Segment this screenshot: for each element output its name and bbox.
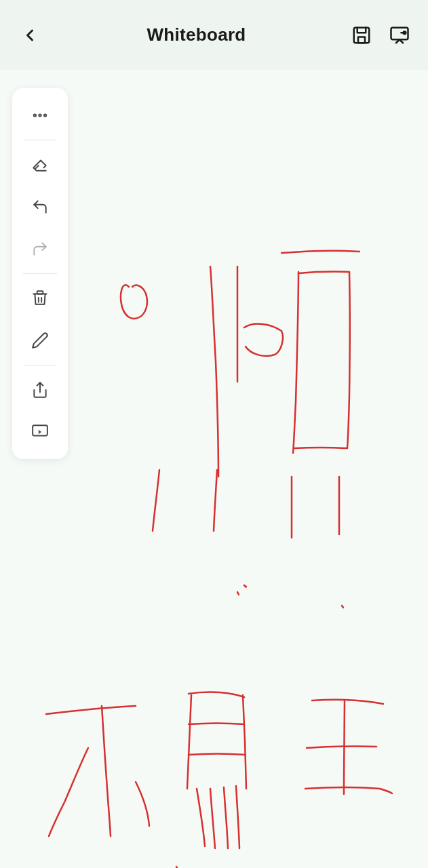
more-options-button[interactable] [21, 96, 59, 134]
present-button[interactable] [21, 413, 59, 451]
save-button[interactable] [347, 20, 376, 50]
back-button[interactable] [14, 19, 46, 52]
divider-2 [23, 273, 57, 274]
svg-rect-1 [358, 37, 365, 43]
toolbar [12, 88, 68, 459]
delete-button[interactable] [21, 279, 59, 317]
svg-rect-11 [33, 425, 47, 435]
svg-point-7 [44, 114, 46, 116]
redo-button[interactable] [21, 230, 59, 268]
svg-marker-12 [39, 430, 41, 435]
header-actions [347, 20, 414, 50]
share-button[interactable] [21, 371, 59, 409]
svg-point-6 [39, 114, 41, 116]
header: Whiteboard [0, 0, 428, 70]
divider-3 [23, 365, 57, 366]
cast-button[interactable] [385, 20, 414, 50]
svg-point-5 [34, 114, 36, 116]
svg-rect-9 [37, 291, 43, 294]
svg-rect-0 [354, 27, 370, 43]
pen-button[interactable] [21, 321, 59, 359]
page-title: Whiteboard [147, 24, 246, 45]
eraser-button[interactable] [21, 146, 59, 184]
divider-1 [23, 140, 57, 140]
undo-button[interactable] [21, 188, 59, 226]
